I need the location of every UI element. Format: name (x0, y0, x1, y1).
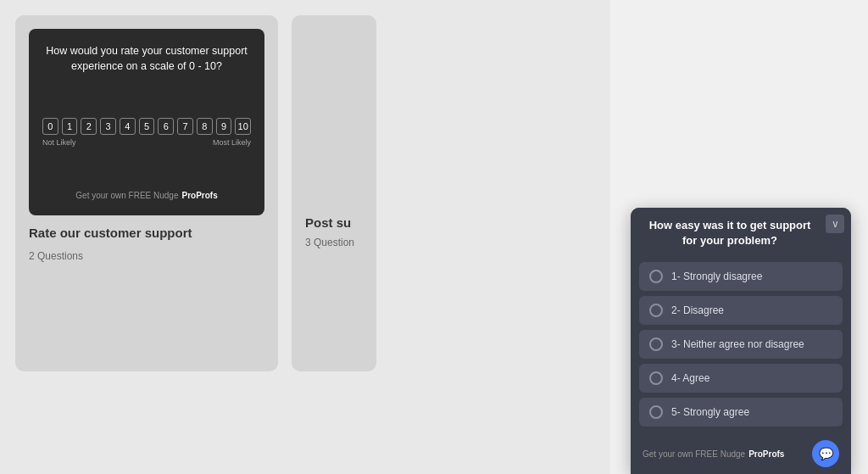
label-not-likely: Not Likely (42, 138, 76, 147)
rating-8[interactable]: 8 (197, 118, 213, 135)
radio-5 (649, 405, 663, 419)
option-1-label: 1- Strongly disagree (671, 270, 762, 282)
rating-scale: 0 1 2 3 4 5 6 7 8 9 10 (42, 118, 251, 135)
option-3[interactable]: 3- Neither agree nor disagree (639, 330, 843, 359)
survey-card-2: Post su 3 Question (292, 15, 376, 371)
option-2-label: 2- Disagree (671, 304, 724, 316)
collapse-button[interactable]: ∨ (826, 215, 844, 233)
card-preview: How would you rate your customer support… (29, 29, 264, 215)
widget-options: 1- Strongly disagree 2- Disagree 3- Neit… (631, 255, 851, 433)
footer-pre: Get your own FREE Nudge (643, 449, 745, 459)
radio-3 (649, 337, 663, 351)
rating-0[interactable]: 0 (42, 118, 58, 135)
rating-labels: Not Likely Most Likely (42, 138, 251, 147)
rating-3[interactable]: 3 (100, 118, 116, 135)
rating-1[interactable]: 1 (62, 118, 78, 135)
survey-widget: ∨ How easy was it to get support for you… (631, 208, 851, 474)
rating-2[interactable]: 2 (81, 118, 97, 135)
card-questions: 2 Questions (29, 250, 264, 262)
partial-questions: 3 Question (305, 237, 363, 248)
chat-icon: 💬 (819, 447, 833, 460)
rating-6[interactable]: 6 (158, 118, 174, 135)
widget-footer: Get your own FREE Nudge ProProfs 💬 (631, 433, 851, 474)
rating-7[interactable]: 7 (177, 118, 193, 135)
option-4-label: 4- Agree (671, 372, 709, 384)
widget-header: ∨ How easy was it to get support for you… (631, 208, 851, 255)
chevron-down-icon: ∨ (832, 218, 839, 230)
radio-1 (649, 270, 663, 283)
option-5[interactable]: 5- Strongly agree (639, 398, 843, 427)
rating-10[interactable]: 10 (235, 118, 251, 135)
survey-card-1: How would you rate your customer support… (15, 15, 278, 371)
preview-title: How would you rate your customer support… (42, 44, 251, 74)
rating-5[interactable]: 5 (139, 118, 155, 135)
option-4[interactable]: 4- Agree (639, 364, 843, 393)
option-2[interactable]: 2- Disagree (639, 296, 843, 325)
label-most-likely: Most Likely (213, 138, 251, 147)
cards-area: How would you rate your customer support… (0, 0, 610, 474)
footer-brand: ProProfs (181, 191, 217, 200)
option-1[interactable]: 1- Strongly disagree (639, 262, 843, 291)
rating-4[interactable]: 4 (120, 118, 136, 135)
option-5-label: 5- Strongly agree (671, 406, 749, 418)
footer-brand: ProProfs (748, 449, 784, 459)
radio-4 (649, 371, 663, 385)
partial-content: Post su 3 Question (305, 215, 363, 248)
option-3-label: 3- Neither agree nor disagree (671, 338, 804, 350)
card-title: Rate our customer support (29, 226, 264, 240)
rating-9[interactable]: 9 (216, 118, 232, 135)
partial-title: Post su (305, 215, 363, 230)
chat-button[interactable]: 💬 (812, 440, 839, 467)
footer-pre-text: Get your own FREE Nudge (75, 191, 178, 200)
widget-question: How easy was it to get support for your … (643, 218, 839, 248)
radio-2 (649, 304, 663, 317)
preview-footer: Get your own FREE Nudge ProProfs (42, 191, 251, 200)
footer-text: Get your own FREE Nudge ProProfs (643, 449, 784, 459)
